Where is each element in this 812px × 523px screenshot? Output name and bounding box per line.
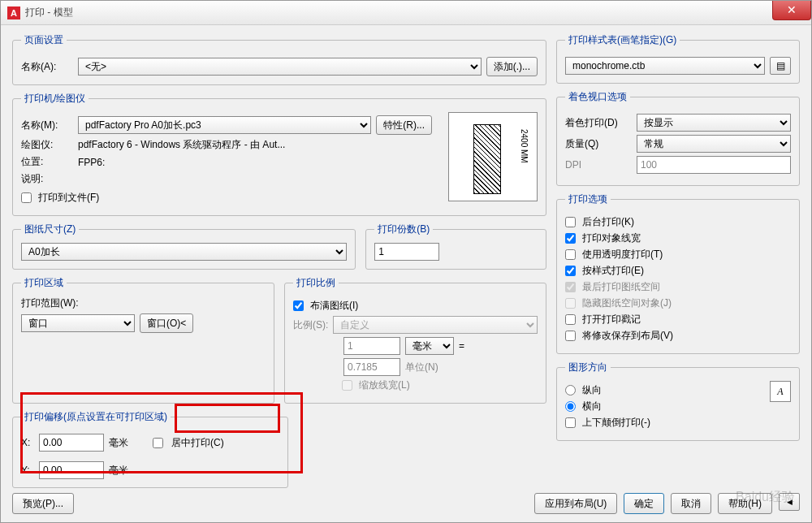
hide-paperspace-label: 隐藏图纸空间对象(J): [582, 296, 672, 310]
quality-select[interactable]: 常规: [637, 135, 791, 153]
save-layout-label: 将修改保存到布局(V): [582, 329, 673, 343]
offset-y-label: Y:: [21, 465, 34, 476]
window-title: 打印 - 模型: [25, 6, 73, 19]
plot-stamp-checkbox[interactable]: [565, 314, 576, 325]
titlebar: A 打印 - 模型 ✕: [1, 1, 811, 25]
properties-button[interactable]: 特性(R)...: [376, 115, 432, 135]
copies-group: 打印份数(B): [365, 223, 546, 270]
plot-offset-group: 打印偏移(原点设置在可打印区域) X: 毫米 居中打印(C) Y: 毫米: [12, 410, 288, 488]
dpi-label: DPI: [565, 159, 630, 171]
equals-icon: =: [459, 340, 464, 352]
preview-button[interactable]: 预览(P)...: [12, 493, 74, 514]
plot-style-legend: 打印样式表(画笔指定)(G): [565, 33, 680, 47]
page-setup-legend: 页面设置: [21, 33, 67, 47]
paper-size-group: 图纸尺寸(Z) A0加长: [12, 223, 356, 270]
shade-plot-label: 着色打印(D): [565, 116, 630, 130]
location-value: FPP6:: [78, 157, 105, 168]
bg-plot-checkbox[interactable]: [565, 217, 576, 227]
preview-dimension: 2400 MM: [520, 129, 529, 163]
scale-lineweights-checkbox: [342, 380, 352, 391]
window-pick-button[interactable]: 窗口(O)<: [140, 313, 193, 333]
orientation-group: 图形方向 纵向 横向 上下颠倒打印(-) A: [556, 361, 800, 441]
quality-label: 质量(Q): [565, 137, 630, 151]
plot-range-select[interactable]: 窗口: [21, 314, 135, 332]
unit-n-label: 单位(N): [405, 361, 438, 374]
plot-style-group: 打印样式表(画笔指定)(G) monochrome.ctb ▤: [556, 33, 800, 84]
scale-num-input: [343, 337, 400, 355]
printer-name-select[interactable]: pdfFactory Pro A0加长.pc3: [78, 116, 371, 134]
plot-style-select[interactable]: monochrome.ctb: [565, 57, 765, 75]
plotter-label: 绘图仪:: [21, 138, 73, 152]
paper-size-select[interactable]: A0加长: [21, 243, 347, 261]
scale-unit-select[interactable]: 毫米: [405, 337, 454, 355]
save-layout-checkbox[interactable]: [565, 331, 576, 341]
printer-group: 打印机/绘图仪 名称(M): pdfFactory Pro A0加长.pc3 特…: [12, 92, 546, 216]
transparency-checkbox[interactable]: [565, 249, 576, 260]
page-name-select[interactable]: <无>: [78, 58, 482, 76]
offset-x-label: X:: [21, 437, 34, 448]
scale-label: 比例(S):: [293, 318, 328, 332]
plot-options-legend: 打印选项: [565, 192, 611, 206]
plot-offset-legend: 打印偏移(原点设置在可打印区域): [21, 410, 171, 424]
center-plot-label: 居中打印(C): [171, 436, 224, 450]
paperspace-last-checkbox: [565, 282, 576, 292]
shading-group: 着色视口选项 着色打印(D) 按显示 质量(Q) 常规 DPI: [556, 90, 800, 186]
page-name-label: 名称(A):: [21, 60, 73, 74]
shading-legend: 着色视口选项: [565, 90, 630, 104]
scale-lineweights-label: 缩放线宽(L): [359, 378, 410, 392]
help-button[interactable]: 帮助(H): [718, 493, 772, 514]
portrait-label: 纵向: [582, 383, 602, 397]
close-button[interactable]: ✕: [772, 1, 811, 20]
orientation-icon: A: [770, 381, 791, 402]
collapse-icon[interactable]: ◀: [779, 493, 800, 511]
fit-to-paper-label: 布满图纸(I): [310, 299, 358, 313]
printer-legend: 打印机/绘图仪: [21, 92, 89, 106]
offset-y-input[interactable]: [39, 461, 104, 479]
page-setup-group: 页面设置 名称(A): <无> 添加(.)...: [12, 33, 546, 85]
offset-x-input[interactable]: [39, 434, 104, 452]
center-plot-checkbox[interactable]: [153, 438, 163, 448]
offset-y-unit: 毫米: [109, 464, 128, 478]
orientation-legend: 图形方向: [565, 361, 611, 374]
scale-den-input: [343, 358, 400, 376]
desc-label: 说明:: [21, 172, 73, 186]
landscape-label: 横向: [582, 400, 602, 413]
apply-layout-button[interactable]: 应用到布局(U): [534, 493, 618, 514]
plot-styles-checkbox[interactable]: [565, 266, 576, 276]
paper-size-legend: 图纸尺寸(Z): [21, 223, 79, 236]
lineweights-checkbox[interactable]: [565, 233, 576, 244]
upside-down-checkbox[interactable]: [565, 417, 576, 428]
plot-area-group: 打印区域 打印范围(W): 窗口 窗口(O)<: [12, 276, 274, 404]
fit-to-paper-checkbox[interactable]: [293, 300, 304, 311]
paper-preview: 2400 MM: [448, 112, 538, 201]
landscape-radio[interactable]: [565, 401, 576, 412]
copies-input[interactable]: [374, 243, 439, 261]
plot-scale-group: 打印比例 布满图纸(I) 比例(S): 自定义 毫米 =: [284, 276, 546, 404]
plot-style-edit-button[interactable]: ▤: [770, 57, 791, 75]
dpi-input: [637, 156, 791, 174]
plot-range-label: 打印范围(W):: [21, 296, 266, 310]
lineweights-label: 打印对象线宽: [582, 231, 641, 245]
portrait-radio[interactable]: [565, 385, 576, 395]
shade-plot-select[interactable]: 按显示: [637, 114, 791, 132]
plot-options-group: 打印选项 后台打印(K) 打印对象线宽 使用透明度打印(T) 按样式打印(E) …: [556, 192, 800, 354]
cancel-button[interactable]: 取消: [671, 493, 711, 514]
transparency-label: 使用透明度打印(T): [582, 248, 663, 262]
printer-name-label: 名称(M):: [21, 119, 73, 132]
bg-plot-label: 后台打印(K): [582, 215, 634, 229]
print-to-file-label: 打印到文件(F): [38, 191, 99, 205]
plot-stamp-label: 打开打印戳记: [582, 313, 641, 326]
add-button[interactable]: 添加(.)...: [486, 57, 538, 76]
offset-x-unit: 毫米: [109, 436, 128, 450]
hide-paperspace-checkbox: [565, 298, 576, 309]
plotter-value: pdfFactory 6 - Windows 系统驱动程序 - 由 Aut...: [78, 138, 285, 152]
upside-down-label: 上下颠倒打印(-): [582, 416, 650, 430]
plot-scale-legend: 打印比例: [293, 276, 339, 290]
ok-button[interactable]: 确定: [624, 493, 664, 514]
app-icon: A: [7, 6, 20, 19]
plot-styles-label: 按样式打印(E): [582, 264, 644, 278]
print-to-file-checkbox[interactable]: [21, 192, 32, 203]
copies-legend: 打印份数(B): [374, 223, 433, 236]
paperspace-last-label: 最后打印图纸空间: [582, 280, 660, 294]
location-label: 位置:: [21, 155, 73, 169]
